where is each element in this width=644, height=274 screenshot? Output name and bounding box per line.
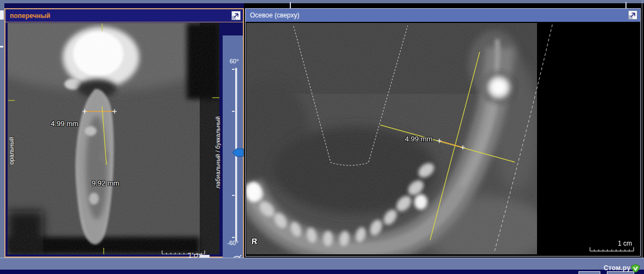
axial-title: Осевое (сверху) [250,11,299,19]
maximize-icon[interactable] [231,11,241,20]
angle-max-label: 60° [227,58,241,64]
axial-content: 4.99 mm R 1 cm [246,22,640,256]
left-edge-column [0,3,4,258]
transversal-ct-image[interactable] [8,23,219,254]
angle-slider[interactable]: 60° -60° [223,35,243,270]
right-window-edge [642,0,642,258]
transversal-title: поперечный [10,12,50,20]
angle-tick [232,195,235,196]
transversal-titlebar[interactable]: поперечный [5,9,243,22]
top-gap-left [0,3,244,8]
panel-divider-tick [290,2,291,8]
angle-min-label: -60° [224,240,242,246]
panel-divider-tick [625,2,627,8]
splitter-handle[interactable] [200,255,210,258]
bottom-navy-strip [0,270,644,274]
angle-tick [232,111,235,112]
watermark-text: Стом.ру [604,264,630,272]
left-edge-tick [0,46,3,47]
angle-slider-thumb[interactable] [232,148,244,157]
axial-ct-image[interactable] [246,23,537,254]
angle-tick [232,237,235,238]
axial-ct-rendering [246,23,537,254]
top-gap-right [244,3,644,8]
transversal-content: 4.99 mm 9.92 mm оральный лабиальный / бу… [5,22,243,257]
angle-tick [232,69,235,70]
depth-measurement-label[interactable]: 9.92 mm [92,179,120,187]
transversal-ct-rendering [8,23,219,254]
labial-buccal-orientation-label: лабиальный / буккальный [214,116,221,188]
scale-ruler [590,247,634,251]
bottom-chrome-bar [0,258,644,270]
right-side-marker: R [252,237,257,246]
cutoff-maximize-icon[interactable] [0,10,4,20]
axial-titlebar[interactable]: Осевое (сверху) [246,9,640,22]
scale-label: 1 cm [589,240,632,247]
watermark-logo-icon [631,264,640,273]
axial-view-panel: Осевое (сверху) [245,8,641,257]
transversal-view-panel: поперечный [4,8,244,258]
cutoff-toolbar-button[interactable] [579,271,600,274]
maximize-icon[interactable] [628,10,637,20]
width-measurement-label[interactable]: 4.99 mm [405,135,433,143]
oral-orientation-label: оральный [8,137,15,165]
width-measurement-label[interactable]: 4.99 mm [51,120,79,128]
